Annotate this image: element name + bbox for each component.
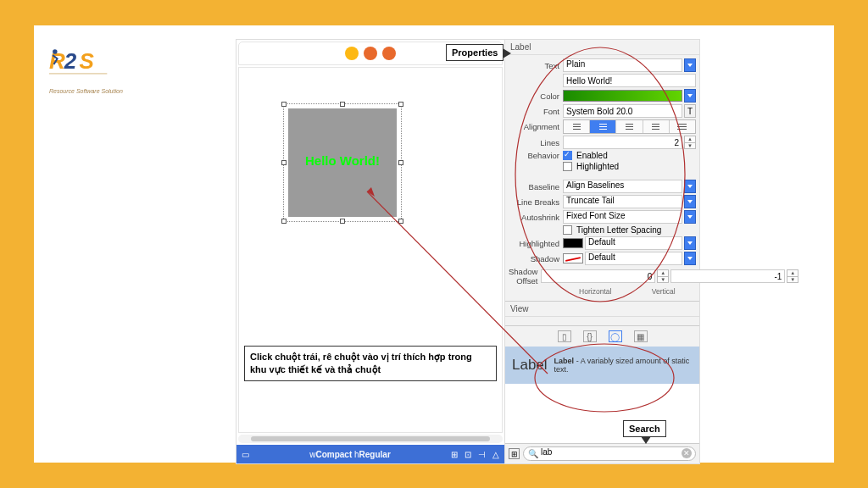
- constraint-icon-4[interactable]: △: [492, 450, 499, 459]
- library-tab-file-icon[interactable]: ▯: [558, 330, 571, 342]
- shadow-select[interactable]: Default: [585, 252, 682, 265]
- add-icon[interactable]: [345, 47, 359, 60]
- tighten-checkbox[interactable]: [563, 225, 572, 235]
- color-dropdown-icon[interactable]: [684, 89, 696, 103]
- inspector-pane: Label Text Plain Color Font T Alignment …: [504, 40, 699, 463]
- enabled-checkbox[interactable]: [563, 151, 572, 160]
- constraint-icon-1[interactable]: ⊞: [451, 450, 458, 459]
- alignment-segmented[interactable]: [563, 119, 696, 134]
- baseline-select[interactable]: Align Baselines: [563, 180, 682, 193]
- view-section-label: View: [505, 301, 699, 317]
- resize-handle-se[interactable]: [398, 219, 403, 224]
- resize-handle-sw[interactable]: [281, 219, 287, 224]
- color-swatch[interactable]: [563, 90, 682, 102]
- highlighted-swatch[interactable]: [563, 238, 583, 248]
- logo: R 2 S Resource Software Solution: [49, 44, 123, 94]
- panel-toggle-icon[interactable]: ▭: [242, 450, 249, 459]
- library-tab-bar: ▯ {} ◯ ▦: [505, 325, 699, 347]
- search-callout: Search: [623, 420, 666, 437]
- library-tab-object-icon[interactable]: ◯: [609, 330, 622, 342]
- ide-window: Hello World! Click chuột trái, rê chuột …: [236, 39, 700, 464]
- text-value-input[interactable]: [563, 74, 696, 87]
- text-type-dropdown-icon[interactable]: [684, 58, 696, 72]
- clear-filter-icon[interactable]: ✕: [682, 448, 692, 458]
- svg-text:R: R: [49, 48, 65, 74]
- object-library[interactable]: Label Label - A variably sized amount of…: [505, 347, 699, 443]
- shadow-offset-v-input[interactable]: [670, 269, 785, 283]
- constraint-icon-2[interactable]: ⊡: [465, 450, 471, 459]
- svg-point-3: [53, 49, 57, 53]
- align-natural-button[interactable]: [670, 120, 695, 133]
- shadow-dropdown-icon[interactable]: [684, 252, 696, 265]
- svg-text:S: S: [80, 48, 95, 74]
- resize-handle-nw[interactable]: [281, 102, 287, 107]
- resize-handle-ne[interactable]: [398, 102, 403, 107]
- linebreaks-dropdown-icon[interactable]: [684, 195, 696, 208]
- search-icon: 🔍: [528, 449, 538, 458]
- font-input[interactable]: [563, 104, 682, 118]
- embed-icon[interactable]: [364, 47, 377, 60]
- highlighted-checkbox[interactable]: [563, 162, 572, 171]
- logo-tagline: Resource Software Solution: [49, 88, 123, 94]
- lines-input[interactable]: [563, 136, 682, 149]
- font-picker-icon[interactable]: T: [684, 104, 696, 118]
- filter-text: lab: [541, 447, 552, 457]
- resize-handle-e[interactable]: [398, 160, 403, 165]
- baseline-dropdown-icon[interactable]: [684, 180, 696, 193]
- svg-text:2: 2: [64, 48, 77, 74]
- design-canvas[interactable]: Hello World! Click chuột trái, rê chuột …: [238, 67, 503, 433]
- canvas-scrollbar[interactable]: [238, 435, 503, 443]
- align-justify-button[interactable]: [643, 120, 670, 133]
- library-filter[interactable]: 🔍 lab ✕: [523, 446, 696, 461]
- align-center-button[interactable]: [590, 120, 616, 133]
- selection-outline: [283, 103, 402, 222]
- shadow-offset-h-input[interactable]: [541, 269, 655, 283]
- inspector-section-label: Label: [505, 40, 699, 55]
- resize-handle-s[interactable]: [340, 219, 345, 224]
- library-footer: ⊞ 🔍 lab ✕: [505, 443, 699, 463]
- instruction-callout: Click chuột trái, rê chuột vào vị trí th…: [244, 346, 497, 381]
- label-object-icon: Label: [512, 357, 548, 374]
- resize-handle-w[interactable]: [281, 160, 287, 165]
- library-tab-code-icon[interactable]: {}: [583, 330, 597, 342]
- shadow-swatch[interactable]: [563, 253, 583, 263]
- linebreaks-select[interactable]: Truncate Tail: [563, 195, 682, 208]
- library-tab-media-icon[interactable]: ▦: [634, 330, 648, 342]
- attributes-inspector: Text Plain Color Font T Alignment Lines …: [505, 55, 699, 322]
- layout-icon[interactable]: [382, 47, 396, 60]
- shadow-offset-v-stepper[interactable]: ▲▼: [787, 269, 798, 283]
- library-view-grid-icon[interactable]: ⊞: [509, 448, 520, 459]
- properties-callout: Properties: [446, 44, 504, 61]
- shadow-offset-h-stepper[interactable]: ▲▼: [657, 269, 669, 283]
- constraint-icon-3[interactable]: ⊣: [478, 450, 486, 459]
- canvas-pane: Hello World! Click chuột trái, rê chuột …: [236, 40, 504, 463]
- highlighted-select[interactable]: Default: [585, 236, 682, 250]
- align-right-button[interactable]: [616, 120, 643, 133]
- lines-stepper[interactable]: ▲▼: [684, 136, 696, 149]
- library-item-label[interactable]: Label Label - A variably sized amount of…: [505, 347, 699, 384]
- size-class-bar[interactable]: ▭ wCompact hRegular ⊞ ⊡ ⊣ △: [236, 445, 504, 463]
- autoshrink-select[interactable]: Fixed Font Size: [563, 210, 682, 224]
- text-type-select[interactable]: Plain: [563, 58, 682, 72]
- align-left-button[interactable]: [564, 120, 590, 133]
- highlighted-dropdown-icon[interactable]: [684, 236, 696, 250]
- resize-handle-n[interactable]: [340, 102, 345, 107]
- autoshrink-dropdown-icon[interactable]: [684, 210, 696, 224]
